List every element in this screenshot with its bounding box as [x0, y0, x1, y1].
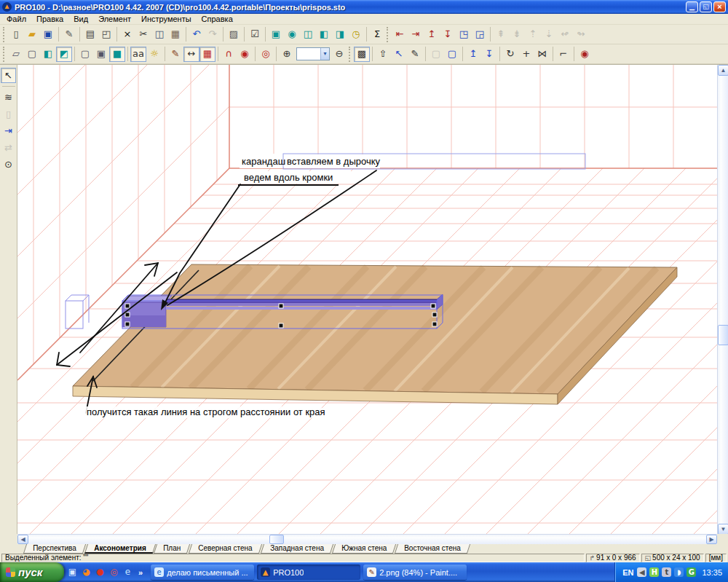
wood-board[interactable] [73, 264, 677, 404]
snap-center-button[interactable]: ◎ [258, 47, 274, 62]
rotate-page-left-button[interactable]: ◳ [456, 27, 472, 42]
design-viewport[interactable]: карандаш вставляем в дырочку ведем вдоль… [17, 65, 717, 535]
tab-западная-стена[interactable]: Западная стена [261, 544, 333, 554]
tab-южная-стена[interactable]: Южная стена [332, 544, 396, 554]
hidden-line-view-button[interactable]: ▢ [24, 47, 40, 62]
menu-файл[interactable]: Файл [1, 14, 31, 24]
task-paint[interactable]: ✎2.png (84%) - Paint.... [363, 565, 467, 580]
center-point-button[interactable]: ◉ [577, 47, 593, 62]
new-file-button[interactable]: ▯ [8, 27, 24, 42]
save-button[interactable]: ▣ [40, 27, 56, 42]
open-file-button[interactable]: ▰ [24, 27, 40, 42]
select-tool[interactable]: ↖ [1, 68, 16, 83]
scroll-down-button[interactable]: ▼ [718, 524, 728, 535]
zoom-level-input[interactable] [297, 48, 320, 60]
show-desktop-icon[interactable]: ▣ [67, 567, 78, 578]
draw-texture-button[interactable]: ✎ [167, 47, 183, 62]
scroll-up-button[interactable]: ▲ [718, 65, 728, 76]
restore-button[interactable]: ◱ [700, 1, 712, 12]
cut-button[interactable]: ✂ [135, 27, 151, 42]
title-bar[interactable]: ▲ PRO100 - D:\разное\PRO100 4.42. 2007 (… [0, 0, 728, 14]
grid-button[interactable]: ▦ [199, 47, 215, 62]
horizontal-scroll-thumb[interactable] [269, 535, 284, 544]
tile-horizontal-button[interactable]: ◧ [316, 27, 332, 42]
select-points-button[interactable]: ▩ [354, 47, 370, 62]
align-left-button[interactable]: ⇤ [392, 27, 408, 42]
menu-элемент[interactable]: Элемент [93, 14, 136, 24]
start-button[interactable]: пуск [0, 562, 64, 582]
align-bottom-button[interactable]: ↧ [440, 27, 456, 42]
zoom-in-button[interactable]: ⊕ [279, 47, 295, 62]
edit-shape-button[interactable]: ✎ [407, 47, 423, 62]
contour-mode-button[interactable]: ▢ [77, 47, 93, 62]
tab-план[interactable]: План [154, 544, 190, 554]
scroll-right-button[interactable]: ▶ [706, 535, 717, 544]
delete-button[interactable]: × [119, 27, 135, 42]
quick-launch-overflow[interactable]: » [138, 568, 143, 577]
vertical-scrollbar[interactable]: ▲ ▼ [717, 65, 728, 534]
zoom-tool[interactable]: ⊙ [1, 157, 16, 172]
toolbar-grip[interactable] [3, 47, 7, 62]
download-manager-icon[interactable]: ● [95, 567, 106, 578]
wireframe-view-button[interactable]: ▱ [8, 47, 24, 62]
selection-frame-button[interactable]: ▢ [444, 47, 460, 62]
menu-справка[interactable]: Справка [197, 14, 238, 24]
phone-icon[interactable]: t [662, 567, 671, 577]
vertical-scroll-thumb[interactable] [718, 325, 728, 345]
toolbar-grip[interactable] [3, 27, 7, 42]
menu-вид[interactable]: Вид [68, 14, 93, 24]
corner-button[interactable]: ⌐ [555, 47, 571, 62]
messenger-icon[interactable]: ◗ [674, 567, 684, 577]
cascade-windows-button[interactable]: ◫ [300, 27, 316, 42]
tab-восточная-стена[interactable]: Восточная стена [395, 544, 470, 554]
select-arrow-button[interactable]: ↖ [391, 47, 407, 62]
task-pro100[interactable]: ▲PRO100 [257, 565, 360, 580]
element-list-button[interactable]: ☑ [247, 27, 263, 42]
zoom-window-button[interactable]: ◉ [284, 27, 300, 42]
move-down-button[interactable]: ↧ [481, 47, 497, 62]
text-labels-button[interactable]: aa [130, 47, 146, 62]
print-preview-button[interactable]: ◰ [98, 27, 114, 42]
toolbar-grip[interactable] [387, 27, 390, 42]
google-icon[interactable]: G [687, 567, 696, 577]
tab-северная-стена[interactable]: Северная стена [189, 544, 262, 554]
properties-button[interactable]: ▨ [226, 27, 242, 42]
dimension-tool[interactable]: ⇥ [1, 123, 16, 138]
copy-button[interactable]: ◫ [151, 27, 167, 42]
new-window-button[interactable]: ▣ [268, 27, 284, 42]
report-button[interactable]: ✎ [61, 27, 77, 42]
snap-grid-button[interactable]: ◉ [237, 47, 253, 62]
opera-icon[interactable]: ◎ [108, 567, 119, 578]
tab-аксонометрия[interactable]: Аксонометрия [84, 544, 156, 554]
toolbar-grip[interactable] [349, 47, 352, 62]
firefox-icon[interactable]: ◕ [81, 567, 92, 578]
print-button[interactable]: ▤ [82, 27, 98, 42]
refresh-window-button[interactable]: ◷ [348, 27, 364, 42]
mirror-button[interactable]: ⋈ [534, 47, 550, 62]
tile-vertical-button[interactable]: ◨ [332, 27, 348, 42]
texture-view-button[interactable]: ◩ [56, 47, 72, 62]
language-indicator[interactable]: EN [622, 568, 633, 577]
move-button[interactable]: + [518, 47, 534, 62]
saw-tool[interactable]: ≋ [1, 90, 16, 105]
rotate-page-right-button[interactable]: ◲ [472, 27, 488, 42]
minimize-button[interactable]: ▁ [686, 1, 698, 12]
close-button[interactable]: × [713, 1, 726, 12]
menu-инструменты[interactable]: Инструменты [136, 14, 197, 24]
internet-explorer-icon[interactable]: e [122, 567, 133, 578]
horizontal-scrollbar[interactable]: ◀ ▶ [17, 534, 717, 544]
menu-правка[interactable]: Правка [31, 14, 68, 24]
zoom-out-button[interactable]: ⊖ [331, 47, 347, 62]
move-up-button[interactable]: ↥ [465, 47, 481, 62]
rotate-button[interactable]: ↻ [502, 47, 518, 62]
align-top-button[interactable]: ↥ [424, 27, 440, 42]
antivirus-icon[interactable]: H [649, 567, 659, 577]
zoom-dropdown-arrow-icon[interactable]: ▾ [320, 48, 329, 60]
scroll-left-button[interactable]: ◀ [17, 535, 28, 544]
color-view-button[interactable]: ◧ [40, 47, 56, 62]
edge-mode-button[interactable]: ▣ [93, 47, 109, 62]
restore-point-icon[interactable]: ◀ [637, 567, 646, 577]
price-list-button[interactable]: Σ [369, 27, 385, 42]
task-browser[interactable]: eделаю письменный ... [151, 565, 254, 580]
align-right-button[interactable]: ⇥ [408, 27, 424, 42]
